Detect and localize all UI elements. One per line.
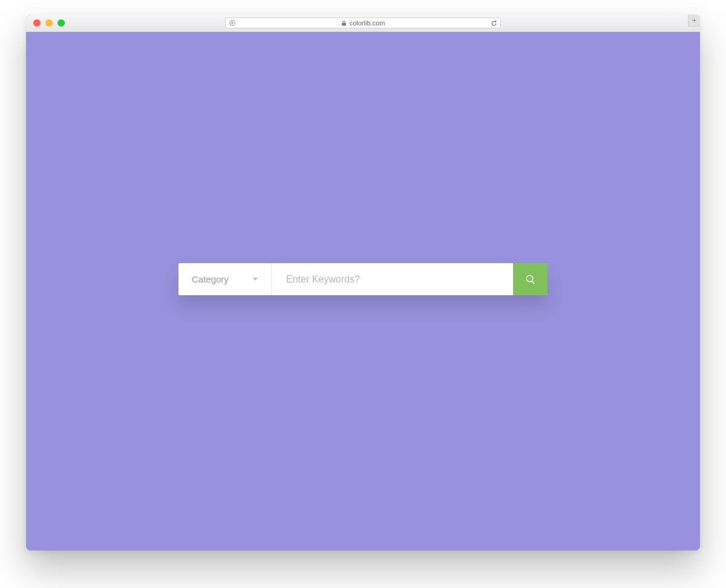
keywords-input[interactable] bbox=[272, 263, 513, 295]
address-bar-content: colorlib.com bbox=[239, 19, 487, 27]
maximize-window-button[interactable] bbox=[57, 19, 65, 27]
category-label: Category bbox=[192, 274, 229, 284]
address-text: colorlib.com bbox=[350, 19, 385, 27]
keywords-field-wrap bbox=[272, 263, 513, 295]
browser-window: colorlib.com + Category bbox=[26, 15, 700, 550]
reader-icon bbox=[229, 19, 236, 27]
category-select[interactable]: Category bbox=[178, 263, 272, 295]
refresh-button[interactable] bbox=[487, 20, 500, 27]
page-content: Category bbox=[26, 32, 700, 550]
address-bar[interactable]: colorlib.com bbox=[225, 18, 501, 28]
new-tab-button[interactable]: + bbox=[688, 15, 700, 27]
chevron-down-icon bbox=[253, 278, 258, 281]
close-window-button[interactable] bbox=[33, 19, 41, 27]
reader-mode-button[interactable] bbox=[226, 19, 239, 27]
titlebar: colorlib.com + bbox=[26, 15, 700, 32]
minimize-window-button[interactable] bbox=[45, 19, 53, 27]
refresh-icon bbox=[491, 20, 497, 27]
lock-icon bbox=[341, 21, 347, 26]
search-button[interactable] bbox=[513, 263, 548, 295]
search-icon bbox=[525, 274, 536, 285]
search-bar: Category bbox=[178, 263, 548, 295]
plus-icon: + bbox=[692, 16, 697, 25]
traffic-lights bbox=[26, 19, 65, 27]
